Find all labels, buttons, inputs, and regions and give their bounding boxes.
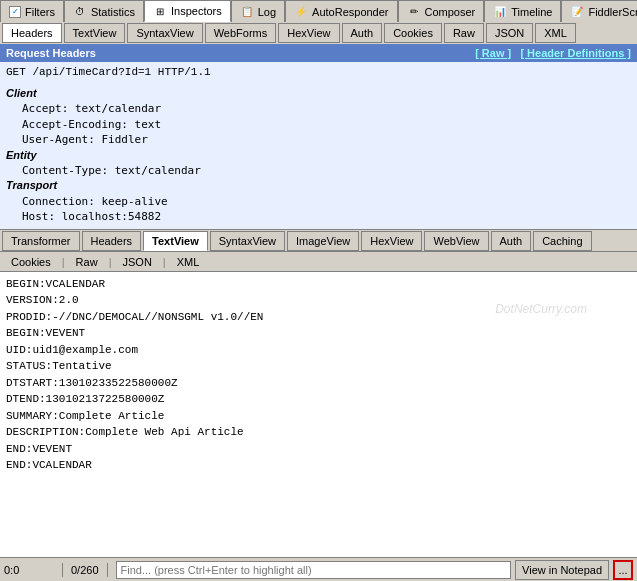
transformer-tab-headers-label: Headers — [91, 235, 133, 247]
transformer-tab-textview-label: TextView — [152, 235, 199, 247]
transformer-tab-syntaxview-label: SyntaxView — [219, 235, 276, 247]
tab-divider-3: | — [161, 253, 168, 271]
transformer-tab-caching-label: Caching — [542, 235, 582, 247]
headers-item-user-agent: User-Agent: Fiddler — [6, 132, 631, 147]
find-input[interactable] — [116, 561, 512, 579]
status-separator-1 — [62, 563, 63, 577]
sub-tab-json[interactable]: JSON — [486, 23, 533, 43]
tab-fiddlerscript[interactable]: 📝 FiddlerScript — [561, 0, 637, 22]
view-notepad-button[interactable]: View in Notepad — [515, 560, 609, 580]
headers-item-host: Host: localhost:54882 — [6, 209, 631, 224]
headers-section-client: Client — [6, 86, 631, 101]
bottom-sub-tab-json[interactable]: JSON — [113, 253, 160, 271]
grid-icon: ⊞ — [153, 4, 167, 18]
sub-tab-headers-label: Headers — [11, 27, 53, 39]
ellipsis-button[interactable]: ... — [613, 560, 633, 580]
line-end-vcalendar: END:VCALENDAR — [6, 457, 631, 474]
sub-tabs-bar: Headers TextView SyntaxView WebForms Hex… — [0, 22, 637, 44]
transformer-tab-syntaxview[interactable]: SyntaxView — [210, 231, 285, 251]
sub-tab-hexview-label: HexView — [287, 27, 330, 39]
request-headers-title-text: Request Headers — [6, 47, 96, 59]
headers-content: Client Accept: text/calendar Accept-Enco… — [0, 82, 637, 229]
sub-tab-raw[interactable]: Raw — [444, 23, 484, 43]
headers-url: GET /api/TimeCard?Id=1 HTTP/1.1 — [0, 62, 637, 82]
main-container: ✓ Filters ⏱ Statistics ⊞ Inspectors 📋 Lo… — [0, 0, 637, 581]
sub-tab-hexview[interactable]: HexView — [278, 23, 339, 43]
tab-composer[interactable]: ✏ Composer — [398, 0, 485, 22]
bottom-sub-tab-xml[interactable]: XML — [168, 253, 209, 271]
transformer-tab-auth-label: Auth — [500, 235, 523, 247]
top-tabs-bar: ✓ Filters ⏱ Statistics ⊞ Inspectors 📋 Lo… — [0, 0, 637, 22]
tab-autoresponder-label: AutoResponder — [312, 6, 388, 18]
tab-divider-2: | — [107, 253, 114, 271]
content-text[interactable]: BEGIN:VCALENDAR VERSION:2.0 PRODID:-//DN… — [0, 272, 637, 557]
line-description: DESCRIPTION:Complete Web Api Article — [6, 424, 631, 441]
bottom-sub-tab-cookies[interactable]: Cookies — [2, 253, 60, 271]
bottom-sub-tab-raw-label: Raw — [76, 256, 98, 268]
tab-autoresponder[interactable]: ⚡ AutoResponder — [285, 0, 397, 22]
sub-tab-raw-label: Raw — [453, 27, 475, 39]
status-separator-2 — [107, 563, 108, 577]
status-position: 0:0 — [4, 564, 54, 576]
headers-section-entity: Entity — [6, 148, 631, 163]
tab-inspectors[interactable]: ⊞ Inspectors — [144, 0, 231, 22]
sub-tab-syntaxview-label: SyntaxView — [136, 27, 193, 39]
line-end-vevent: END:VEVENT — [6, 441, 631, 458]
request-headers-title: Request Headers [ Raw ] [ Header Definit… — [0, 44, 637, 62]
bottom-sub-tab-raw[interactable]: Raw — [67, 253, 107, 271]
sub-tab-syntaxview[interactable]: SyntaxView — [127, 23, 202, 43]
sub-tab-headers[interactable]: Headers — [2, 23, 62, 43]
sub-tab-xml[interactable]: XML — [535, 23, 576, 43]
tab-composer-label: Composer — [425, 6, 476, 18]
line-begin-vcalendar: BEGIN:VCALENDAR — [6, 276, 631, 293]
request-headers-links: [ Raw ] [ Header Definitions ] — [475, 47, 631, 59]
header-defs-link[interactable]: [ Header Definitions ] — [520, 47, 631, 59]
transformer-tab-transformer-label: Transformer — [11, 235, 71, 247]
tab-timeline[interactable]: 📊 Timeline — [484, 0, 561, 22]
line-uid: UID:uid1@example.com — [6, 342, 631, 359]
line-begin-vevent: BEGIN:VEVENT — [6, 325, 631, 342]
line-version: VERSION:2.0 — [6, 292, 631, 309]
timeline-icon: 📊 — [493, 5, 507, 19]
sub-tab-auth[interactable]: Auth — [342, 23, 383, 43]
transformer-tab-webview-label: WebView — [433, 235, 479, 247]
transformer-tab-imageview[interactable]: ImageView — [287, 231, 359, 251]
transformer-tabs-bar: Transformer Headers TextView SyntaxView … — [0, 230, 637, 252]
transformer-tab-webview[interactable]: WebView — [424, 231, 488, 251]
transformer-tab-caching[interactable]: Caching — [533, 231, 591, 251]
stats-icon: ⏱ — [73, 5, 87, 19]
line-status: STATUS:Tentative — [6, 358, 631, 375]
line-prodid: PRODID:-//DNC/DEMOCAL//NONSGML v1.0//EN — [6, 309, 631, 326]
bottom-sub-tab-json-label: JSON — [122, 256, 151, 268]
sub-tab-textview[interactable]: TextView — [64, 23, 126, 43]
sub-tab-textview-label: TextView — [73, 27, 117, 39]
sub-tab-cookies-label: Cookies — [393, 27, 433, 39]
sub-tab-cookies[interactable]: Cookies — [384, 23, 442, 43]
tab-log[interactable]: 📋 Log — [231, 0, 285, 22]
headers-item-accept: Accept: text/calendar — [6, 101, 631, 116]
auto-icon: ⚡ — [294, 5, 308, 19]
transformer-tab-headers[interactable]: Headers — [82, 231, 142, 251]
headers-item-content-type: Content-Type: text/calendar — [6, 163, 631, 178]
transformer-tab-auth[interactable]: Auth — [491, 231, 532, 251]
bottom-sub-tab-cookies-label: Cookies — [11, 256, 51, 268]
script-icon: 📝 — [570, 5, 584, 19]
line-dtstart: DTSTART:13010233522580000Z — [6, 375, 631, 392]
transformer-tab-transformer[interactable]: Transformer — [2, 231, 80, 251]
checkbox-icon: ✓ — [9, 6, 21, 18]
sub-tab-xml-label: XML — [544, 27, 567, 39]
transformer-tab-imageview-label: ImageView — [296, 235, 350, 247]
line-summary: SUMMARY:Complete Article — [6, 408, 631, 425]
headers-section-transport: Transport — [6, 178, 631, 193]
transformer-tab-hexview-label: HexView — [370, 235, 413, 247]
tab-filters[interactable]: ✓ Filters — [0, 0, 64, 22]
sub-tab-webforms[interactable]: WebForms — [205, 23, 277, 43]
tab-statistics[interactable]: ⏱ Statistics — [64, 0, 144, 22]
transformer-tab-hexview[interactable]: HexView — [361, 231, 422, 251]
tab-log-label: Log — [258, 6, 276, 18]
bottom-sub-tab-xml-label: XML — [177, 256, 200, 268]
transformer-tab-textview[interactable]: TextView — [143, 231, 208, 251]
tab-filters-label: Filters — [25, 6, 55, 18]
raw-link[interactable]: [ Raw ] — [475, 47, 511, 59]
tab-statistics-label: Statistics — [91, 6, 135, 18]
